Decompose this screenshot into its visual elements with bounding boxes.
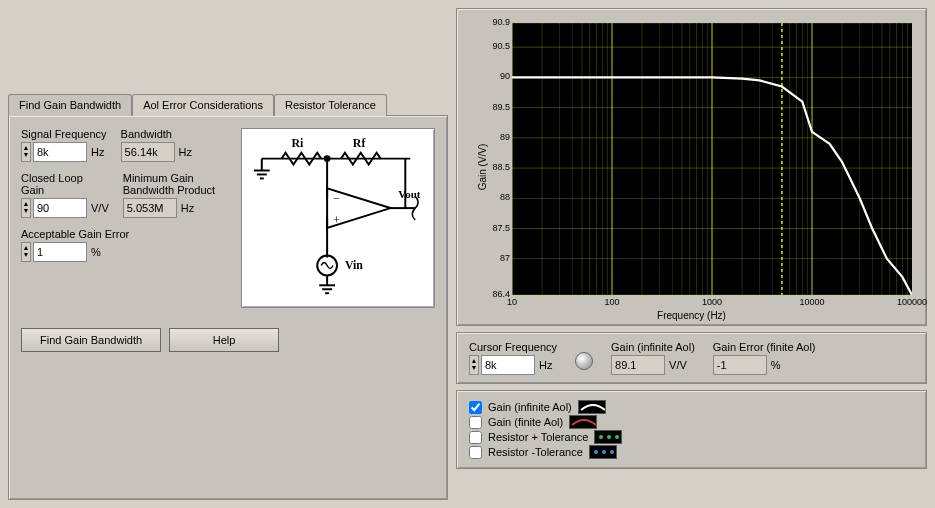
input-closed-loop-gain[interactable]: [33, 198, 87, 218]
panel-find-gain-bw: Signal Frequency ▲▼ Hz Bandwidth Hz: [8, 115, 448, 500]
chart-ytick: 90: [478, 71, 510, 81]
tab-aol-error[interactable]: Aol Error Considerations: [132, 94, 274, 116]
output-min-gbp: [123, 198, 177, 218]
label-cursor-freq: Cursor Frequency: [469, 341, 557, 353]
spinner-gain-error[interactable]: ▲▼: [21, 242, 31, 262]
chart-ytick: 86.4: [478, 289, 510, 299]
legend-row: Gain (infinite Aol): [469, 400, 914, 414]
chart-xtick: 10000: [799, 297, 824, 307]
svg-point-67: [599, 435, 603, 439]
svg-point-69: [615, 435, 619, 439]
chart-xtick: 100000: [897, 297, 927, 307]
label-cursor-error: Gain Error (finite Aol): [713, 341, 816, 353]
legend-row: Resistor + Tolerance: [469, 430, 914, 444]
gain-chart[interactable]: Gain (V/V) Frequency (Hz) 90.990.59089.5…: [456, 8, 927, 326]
legend-swatch-icon: [594, 430, 622, 444]
input-gain-error[interactable]: [33, 242, 87, 262]
chart-ytick: 87: [478, 253, 510, 263]
legend-swatch-icon: [589, 445, 617, 459]
output-cursor-error: [713, 355, 767, 375]
chart-xlabel: Frequency (Hz): [657, 310, 726, 321]
tab-bar: Find Gain Bandwidth Aol Error Considerat…: [8, 93, 448, 115]
cursor-led-icon[interactable]: [575, 352, 593, 370]
legend-swatch-icon: [578, 400, 606, 414]
chart-xtick: 10: [507, 297, 517, 307]
legend-checkbox-0[interactable]: [469, 401, 482, 414]
legend-panel: Gain (infinite Aol)Gain (finite Aol)Resi…: [456, 390, 927, 469]
svg-text:+: +: [333, 213, 340, 227]
unit-min-gbp: Hz: [181, 202, 194, 214]
chart-xtick: 100: [604, 297, 619, 307]
circuit-label-vout: Vout: [398, 188, 420, 200]
circuit-diagram: − + Ri Rf Vout Vin: [241, 128, 435, 308]
output-cursor-gain: [611, 355, 665, 375]
legend-row: Gain (finite Aol): [469, 415, 914, 429]
svg-point-71: [594, 450, 598, 454]
cursor-panel: Cursor Frequency ▲▼ Hz Gain (infinite Ao…: [456, 332, 927, 384]
legend-row: Resistor -Tolerance: [469, 445, 914, 459]
circuit-label-rf: Rf: [353, 136, 367, 150]
chart-xtick: 1000: [702, 297, 722, 307]
input-cursor-freq[interactable]: [481, 355, 535, 375]
label-signal-freq: Signal Frequency: [21, 128, 107, 140]
legend-label: Resistor -Tolerance: [488, 446, 583, 458]
legend-checkbox-2[interactable]: [469, 431, 482, 444]
label-bandwidth: Bandwidth: [121, 128, 192, 140]
chart-ytick: 90.9: [478, 17, 510, 27]
legend-checkbox-3[interactable]: [469, 446, 482, 459]
svg-text:−: −: [333, 191, 340, 205]
label-min-gbp: Minimum Gain Bandwidth Product: [123, 172, 241, 196]
spinner-closed-loop-gain[interactable]: ▲▼: [21, 198, 31, 218]
label-closed-loop-gain: Closed Loop Gain: [21, 172, 109, 196]
unit-gain-error: %: [91, 246, 101, 258]
legend-label: Gain (infinite Aol): [488, 401, 572, 413]
find-gain-bw-button[interactable]: Find Gain Bandwidth: [21, 328, 161, 352]
chart-ytick: 88: [478, 192, 510, 202]
help-button[interactable]: Help: [169, 328, 279, 352]
unit-signal-freq: Hz: [91, 146, 104, 158]
svg-point-68: [607, 435, 611, 439]
circuit-label-vin: Vin: [345, 258, 363, 272]
chart-ytick: 88.5: [478, 162, 510, 172]
spinner-signal-freq[interactable]: ▲▼: [21, 142, 31, 162]
output-bandwidth: [121, 142, 175, 162]
tab-find-gain-bw[interactable]: Find Gain Bandwidth: [8, 94, 132, 116]
chart-ytick: 89.5: [478, 102, 510, 112]
legend-swatch-icon: [569, 415, 597, 429]
input-signal-freq[interactable]: [33, 142, 87, 162]
label-gain-error: Acceptable Gain Error: [21, 228, 129, 240]
svg-point-73: [610, 450, 614, 454]
unit-closed-loop-gain: V/V: [91, 202, 109, 214]
chart-ytick: 89: [478, 132, 510, 142]
unit-cursor-gain: V/V: [669, 359, 687, 371]
legend-checkbox-1[interactable]: [469, 416, 482, 429]
svg-point-72: [602, 450, 606, 454]
chart-ytick: 90.5: [478, 41, 510, 51]
circuit-label-ri: Ri: [291, 136, 304, 150]
chart-ytick: 87.5: [478, 223, 510, 233]
legend-label: Gain (finite Aol): [488, 416, 563, 428]
tab-resistor-tolerance[interactable]: Resistor Tolerance: [274, 94, 387, 116]
spinner-cursor-freq[interactable]: ▲▼: [469, 355, 479, 375]
unit-cursor-freq: Hz: [539, 359, 552, 371]
unit-cursor-error: %: [771, 359, 781, 371]
unit-bandwidth: Hz: [179, 146, 192, 158]
legend-label: Resistor + Tolerance: [488, 431, 588, 443]
label-cursor-gain: Gain (infinite Aol): [611, 341, 695, 353]
